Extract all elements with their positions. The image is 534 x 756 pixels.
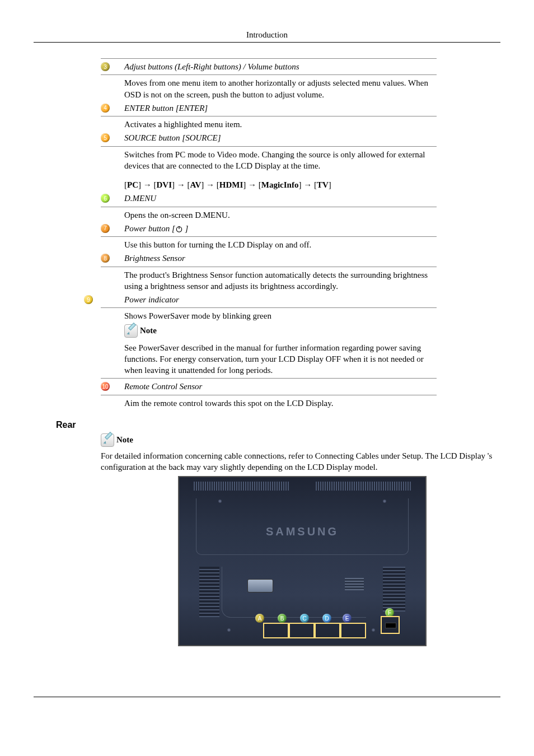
section-title-rear: Rear xyxy=(56,420,500,430)
item-body: Opens the on-screen D.MENU. xyxy=(124,209,437,221)
note-label: Note xyxy=(116,435,133,445)
port-box-f xyxy=(381,616,400,634)
rear-note-body: For detailed information concerning cabl… xyxy=(101,450,504,473)
item-body: Activates a highlighted menu item. xyxy=(124,119,437,130)
item-body: Use this button for turning the LCD Disp… xyxy=(124,239,437,250)
power-icon xyxy=(175,225,183,233)
number-badge-5: 5 xyxy=(101,133,110,142)
item-title: Remote Control Sensor xyxy=(124,381,437,392)
list-item: 7 Power button [ ] xyxy=(101,222,437,235)
note-label: Note xyxy=(140,325,157,336)
list-item: 5 SOURCE button [SOURCE] xyxy=(101,131,437,144)
list-item: 6 D.MENU xyxy=(101,192,437,205)
item-title: Power indicator xyxy=(124,294,437,305)
list-item: 3 Adjust buttons (Left-Right buttons) / … xyxy=(101,60,437,73)
port-box-a xyxy=(263,623,289,638)
number-badge-8: 8 xyxy=(101,254,110,263)
header-rule xyxy=(34,42,500,43)
note-icon xyxy=(124,324,138,338)
brand-logo: SAMSUNG xyxy=(179,525,425,538)
port-box-d xyxy=(340,623,366,638)
number-badge-3: 3 xyxy=(101,62,110,71)
number-badge-10: 10 xyxy=(101,382,110,391)
number-badge-7: 7 xyxy=(101,224,110,233)
page-header: Introduction xyxy=(34,30,500,40)
number-badge-9: 9 xyxy=(84,295,93,304)
number-badge-6: 6 xyxy=(101,194,110,203)
list-item: 9 Power indicator xyxy=(101,293,437,306)
port-box-b xyxy=(289,623,315,638)
note-body: See PowerSaver described in the manual f… xyxy=(124,342,437,376)
main-content: 3 Adjust buttons (Left-Right buttons) / … xyxy=(101,58,437,410)
vga-port-icon xyxy=(247,579,273,592)
source-flow: [PC] → [DVI] → [AV] → [HDMI] → [MagicInf… xyxy=(124,174,437,190)
item-body: Aim the remote control towards this spot… xyxy=(124,398,437,409)
item-title: Power button [ ] xyxy=(124,223,437,234)
list-item: 10 Remote Control Sensor xyxy=(101,380,437,393)
list-item: 4 ENTER button [ENTER] xyxy=(101,101,437,115)
item-title: SOURCE button [SOURCE] xyxy=(124,132,437,143)
item-body: Moves from one menu item to another hori… xyxy=(124,77,437,100)
item-body: Shows PowerSaver mode by blinking green xyxy=(124,310,437,321)
item-title: ENTER button [ENTER] xyxy=(124,102,437,114)
item-body: The product's Brightness Sensor function… xyxy=(124,269,437,292)
port-box-c xyxy=(315,623,340,638)
item-title: D.MENU xyxy=(124,193,437,204)
item-title: Brightness Sensor xyxy=(124,253,437,264)
item-title: Adjust buttons (Left-Right buttons) / Vo… xyxy=(124,61,437,72)
list-item: 8 Brightness Sensor xyxy=(101,251,437,265)
rear-panel-image: SAMSUNG A B xyxy=(178,476,427,646)
note-icon xyxy=(101,433,114,447)
item-body: Switches from PC mode to Video mode. Cha… xyxy=(124,149,437,172)
number-badge-4: 4 xyxy=(101,104,110,113)
footer-rule xyxy=(34,697,500,697)
